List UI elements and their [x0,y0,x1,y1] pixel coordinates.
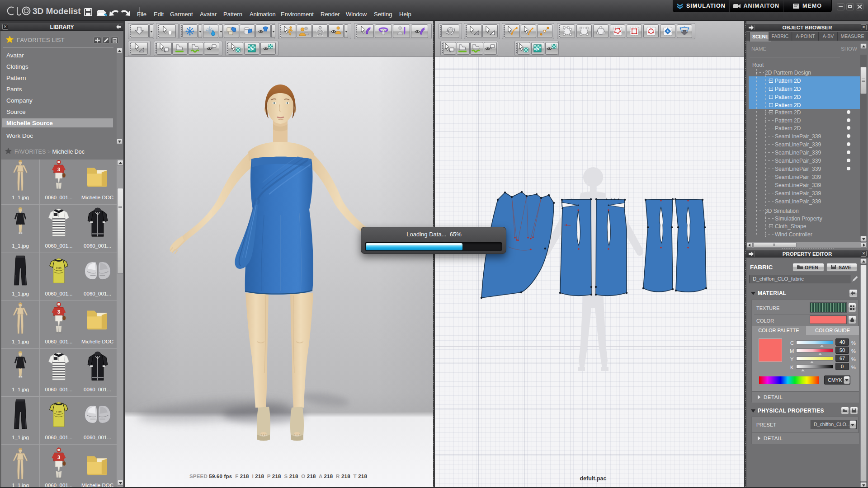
svg-text:+: + [543,30,545,33]
svg-text:Fifth: Fifth [56,410,61,413]
svg-text:3: 3 [57,167,60,172]
svg-text:3: 3 [57,455,60,460]
svg-text:P: P [250,47,253,52]
svg-text:P: P [536,47,539,52]
svg-text:3: 3 [57,309,60,314]
svg-text:Fifth: Fifth [56,267,61,269]
